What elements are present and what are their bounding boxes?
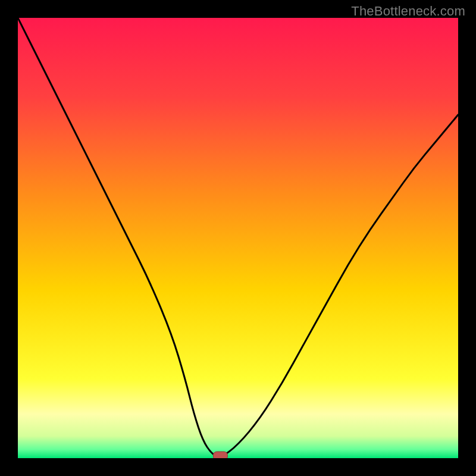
- optimal-point-marker: [213, 452, 227, 458]
- chart-frame: [18, 18, 458, 458]
- gradient-background: [18, 18, 458, 458]
- bottleneck-chart: [18, 18, 458, 458]
- watermark-text: TheBottleneck.com: [351, 4, 465, 19]
